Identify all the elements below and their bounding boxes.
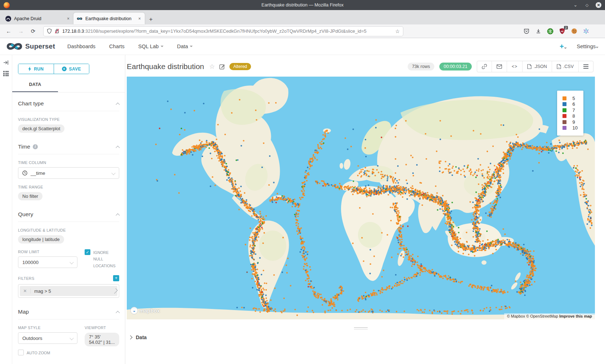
tab-close-icon[interactable]: × xyxy=(138,16,142,21)
filter-chip[interactable]: ✕ mag > 5 xyxy=(20,286,117,296)
section-query[interactable]: Query xyxy=(18,211,119,222)
legend-row[interactable]: 10 xyxy=(563,125,578,131)
settings-menu[interactable]: Settings xyxy=(577,44,599,49)
viz-type-label: VISUALIZATION TYPE xyxy=(18,117,119,122)
chevron-right-icon xyxy=(128,335,132,339)
superset-header: Superset Dashboards Charts SQL Lab Data … xyxy=(0,38,605,55)
share-link-button[interactable] xyxy=(477,61,492,72)
chart-menu-button[interactable] xyxy=(579,61,593,72)
tab-earthquake-distribution[interactable]: Earthquake distribution × xyxy=(73,13,145,24)
hamburger-icon xyxy=(583,63,588,70)
checkbox-checked-icon[interactable]: ✓ xyxy=(85,249,90,255)
menu-hamburger-icon[interactable] xyxy=(594,28,600,35)
nav-dashboards[interactable]: Dashboards xyxy=(67,44,95,49)
row-count-badge: 73k rows xyxy=(408,63,434,70)
legend-row[interactable]: 9 xyxy=(563,119,578,125)
url-bar[interactable]: 172.18.0.3:32108/superset/explore/?form_… xyxy=(43,26,403,36)
svg-text:x: x xyxy=(558,66,559,68)
ignore-null-checkbox-row[interactable]: ✓ IGNORE NULL LOCATIONS xyxy=(85,249,119,269)
extension-shield-icon[interactable]: ω 2 xyxy=(559,28,566,35)
chevron-down-icon xyxy=(161,46,163,47)
legend-swatch xyxy=(563,114,566,118)
deckgl-map[interactable]: 5678910 ◒ mapbox © Mapbox © OpenStreetMa… xyxy=(127,77,595,319)
chevron-down-icon xyxy=(70,260,73,264)
section-time[interactable]: Timei xyxy=(18,144,119,154)
chevron-down-icon xyxy=(564,47,567,49)
bookmark-star-icon[interactable]: ☆ xyxy=(395,28,400,34)
time-range-label: TIME RANGE xyxy=(18,185,119,189)
chevron-right-icon xyxy=(112,288,118,294)
maximize-icon[interactable]: ◇ xyxy=(584,2,590,8)
download-icon[interactable] xyxy=(535,28,542,35)
world-map[interactable] xyxy=(127,77,595,319)
extension-snowflake-icon[interactable] xyxy=(582,28,590,35)
section-chart-type[interactable]: Chart type xyxy=(18,100,119,111)
legend-row[interactable]: 8 xyxy=(563,113,578,119)
checkbox-unchecked-icon[interactable] xyxy=(18,350,24,355)
export-json-button[interactable]: .JSON xyxy=(523,61,552,72)
reload-icon[interactable]: ⟳ xyxy=(28,28,38,35)
map-style-select[interactable]: Outdoors xyxy=(18,332,77,344)
legend-swatch xyxy=(563,126,566,130)
auto-zoom-checkbox-row[interactable]: AUTO ZOOM xyxy=(18,350,77,356)
data-panel-toggle[interactable]: Data xyxy=(127,335,595,340)
tab-close-icon[interactable]: × xyxy=(66,16,70,21)
edit-properties-icon[interactable] xyxy=(219,64,225,69)
section-map[interactable]: Map xyxy=(18,309,119,319)
save-button[interactable]: + SAVE xyxy=(54,64,89,74)
collapse-dataset-panel-icon[interactable] xyxy=(3,60,9,65)
tab-data[interactable]: DATA xyxy=(12,82,58,92)
export-csv-button[interactable]: x .CSV xyxy=(552,61,579,72)
close-icon[interactable]: ✕ xyxy=(596,2,601,8)
improve-map-link[interactable]: Improve this map xyxy=(559,314,592,318)
tab-apache-druid[interactable]: Apache Druid × xyxy=(2,13,73,24)
lonlat-value[interactable]: longitude | latitude xyxy=(18,235,64,244)
back-icon[interactable]: ← xyxy=(4,28,14,34)
envelope-icon xyxy=(497,64,502,69)
row-limit-select[interactable]: 100000 xyxy=(18,256,77,268)
lonlat-label: LONGITUDE & LATITUDE xyxy=(18,228,119,232)
viewport-value[interactable]: 7° 35' 54.02" | 31... xyxy=(85,333,119,346)
pocket-shield-icon[interactable] xyxy=(523,28,530,35)
legend-row[interactable]: 5 xyxy=(563,95,578,101)
legend-value: 7 xyxy=(573,108,575,113)
osm-attribution-link[interactable]: © OpenStreetMap xyxy=(526,314,558,318)
nav-sql-lab[interactable]: SQL Lab xyxy=(138,44,163,49)
extension-cookie-icon[interactable] xyxy=(570,28,578,35)
url-text: 172.18.0.3:32108/superset/explore/?form_… xyxy=(62,28,392,34)
tracking-shield-icon[interactable] xyxy=(47,28,52,34)
view-query-button[interactable]: <> xyxy=(507,61,523,72)
email-button[interactable] xyxy=(492,61,507,72)
nav-data[interactable]: Data xyxy=(177,44,193,49)
forward-icon[interactable]: → xyxy=(16,28,26,34)
dataset-grid-icon[interactable] xyxy=(3,71,9,76)
superset-brand[interactable]: Superset xyxy=(6,42,55,51)
legend-swatch xyxy=(563,96,566,100)
filter-container: ✕ mag > 5 xyxy=(18,284,119,298)
remove-filter-icon[interactable]: ✕ xyxy=(20,288,31,294)
clock-icon xyxy=(22,170,27,176)
legend-row[interactable]: 7 xyxy=(563,107,578,113)
new-tab-button[interactable]: + xyxy=(145,16,157,24)
add-new-button[interactable]: + xyxy=(560,43,567,50)
altered-badge: Altered xyxy=(229,63,251,70)
resize-handle[interactable] xyxy=(354,327,368,329)
extension-green-icon[interactable] xyxy=(547,28,554,35)
browser-navbar: ← → ⟳ 172.18.0.3:32108/superset/explore/… xyxy=(0,24,605,38)
druid-favicon xyxy=(5,16,11,22)
mapbox-attribution-link[interactable]: © Mapbox xyxy=(507,314,525,318)
legend-value: 6 xyxy=(573,101,575,107)
insecure-lock-icon[interactable] xyxy=(55,28,59,34)
minimize-icon[interactable]: ⌄ xyxy=(573,2,578,8)
window-titlebar: Earthquake distribution — Mozilla Firefo… xyxy=(0,0,605,10)
favorite-star-icon[interactable]: ☆ xyxy=(209,63,215,70)
nav-charts[interactable]: Charts xyxy=(109,44,125,49)
viz-type-value[interactable]: deck.gl Scatterplot xyxy=(18,124,64,133)
run-button[interactable]: RUN xyxy=(18,64,54,74)
legend-row[interactable]: 6 xyxy=(563,101,578,108)
add-filter-button[interactable]: + xyxy=(113,275,119,281)
mapbox-logo[interactable]: ◒ mapbox xyxy=(130,307,160,314)
left-rail xyxy=(0,55,12,364)
time-column-select[interactable]: __time xyxy=(18,167,119,179)
time-range-value[interactable]: No filter xyxy=(18,192,42,200)
